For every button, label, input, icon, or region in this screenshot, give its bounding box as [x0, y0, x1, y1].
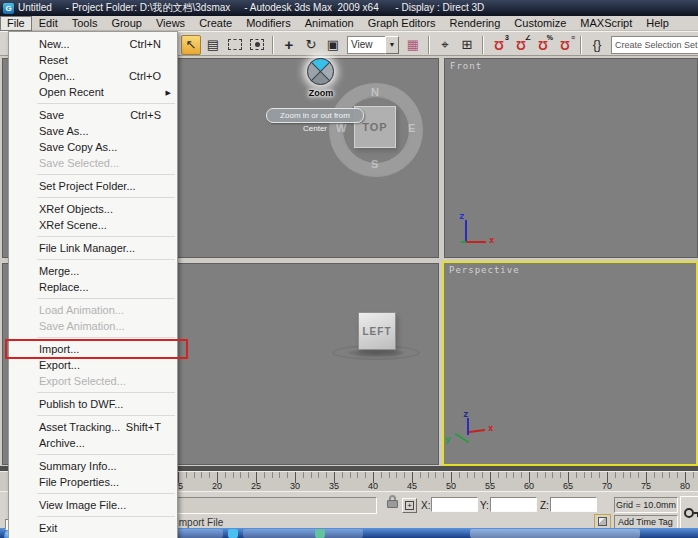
viewport-perspective-label: Perspective: [449, 265, 520, 275]
task-button[interactable]: [243, 529, 363, 538]
menu-item-label: Exit: [39, 522, 57, 534]
menu-item-archive[interactable]: Archive...: [9, 435, 177, 451]
percent-snap-toggle-icon[interactable]: Ω%: [533, 35, 553, 55]
task-button[interactable]: [470, 529, 640, 538]
menu-item-save-copy-as[interactable]: Save Copy As...: [9, 139, 177, 155]
x-coordinate-field[interactable]: [431, 497, 478, 512]
timeline-tick-label: 40: [362, 481, 384, 491]
file-menu-dropdown: New...Ctrl+NResetOpen...Ctrl+OOpen Recen…: [8, 31, 178, 538]
menu-item-merge[interactable]: Merge...: [9, 263, 177, 279]
viewcube-left-face[interactable]: LEFT: [358, 312, 396, 350]
menu-item-shortcut: Ctrl+N: [130, 36, 161, 52]
menu-item-label: Open Recent: [39, 86, 104, 98]
menubar-item-animation[interactable]: Animation: [298, 16, 361, 31]
snaps-toggle-icon[interactable]: Ω3: [489, 35, 509, 55]
zoom-tool-icon[interactable]: [307, 58, 334, 85]
compass-letter-w: W: [336, 122, 346, 134]
menu-separator: [9, 295, 177, 302]
timeline-tick-label: 80: [674, 481, 696, 491]
menu-item-save-as[interactable]: Save As...: [9, 123, 177, 139]
menu-item-new[interactable]: New...Ctrl+N: [9, 36, 177, 52]
menubar-item-rendering[interactable]: Rendering: [443, 16, 508, 31]
set-key-button[interactable]: [680, 496, 698, 529]
menu-item-exit[interactable]: Exit: [9, 520, 177, 536]
menu-item-replace[interactable]: Replace...: [9, 279, 177, 295]
named-selection-sets-dropdown[interactable]: Create Selection Set▼: [611, 36, 698, 54]
menubar-item-customize[interactable]: Customize: [507, 16, 573, 31]
menu-item-save[interactable]: SaveCtrl+S: [9, 107, 177, 123]
menubar-item-modifiers[interactable]: Modifiers: [239, 16, 298, 31]
menu-item-label: Summary Info...: [39, 460, 117, 472]
menu-item-asset-tracking[interactable]: Asset Tracking...Shift+T: [9, 419, 177, 435]
menu-item-xref-scene[interactable]: XRef Scene...: [9, 217, 177, 233]
task-button[interactable]: [315, 529, 325, 538]
menu-separator: [9, 389, 177, 396]
menubar-item-group[interactable]: Group: [104, 16, 149, 31]
3dsmax-application-window: G Untitled - Project Folder: D:\我的文档\3ds…: [0, 0, 698, 538]
select-and-manipulate-icon[interactable]: ⌖: [435, 35, 455, 55]
front-axis-y-tick: [461, 241, 466, 243]
viewport-front[interactable]: Front: [444, 58, 698, 258]
menubar-item-tools[interactable]: Tools: [65, 16, 105, 31]
menu-item-label: Export...: [39, 359, 80, 371]
time-tag-cube-icon[interactable]: [594, 514, 611, 529]
menubar-item-views[interactable]: Views: [149, 16, 192, 31]
menubar-item-edit[interactable]: Edit: [32, 16, 65, 31]
z-coordinate-field[interactable]: [550, 497, 597, 512]
absolute-mode-toggle-button[interactable]: +: [402, 498, 417, 513]
menubar-item-graph-editors[interactable]: Graph Editors: [361, 16, 443, 31]
timeline-tick-label: 75: [635, 481, 657, 491]
menu-item-xref-objects[interactable]: XRef Objects...: [9, 201, 177, 217]
use-pivot-point-center-icon[interactable]: ▦: [403, 35, 423, 55]
viewport-front-label: Front: [450, 61, 482, 71]
menu-item-summary-info[interactable]: Summary Info...: [9, 458, 177, 474]
angle-snap-toggle-icon[interactable]: Ω∠: [511, 35, 531, 55]
add-time-tag-button[interactable]: Add Time Tag: [614, 515, 678, 529]
menu-item-view-image-file[interactable]: View Image File...: [9, 497, 177, 513]
reference-coordinate-system-dropdown[interactable]: View▼: [347, 36, 399, 54]
menu-item-set-project-folder[interactable]: Set Project Folder...: [9, 178, 177, 194]
menu-item-shortcut: Ctrl+O: [129, 68, 161, 84]
viewport-perspective-active[interactable]: Perspective: [442, 261, 698, 466]
menu-item-open-recent[interactable]: Open Recent▶: [9, 84, 177, 100]
prompt-line: Import File: [176, 517, 223, 528]
compass-letter-s: S: [371, 158, 378, 170]
edit-named-selection-sets-icon[interactable]: {}: [587, 35, 607, 55]
spinner-snap-toggle-icon[interactable]: Ω≡: [555, 35, 575, 55]
menu-item-label: File Link Manager...: [39, 242, 135, 254]
menu-item-file-properties[interactable]: File Properties...: [9, 474, 177, 490]
menubar-item-help[interactable]: Help: [639, 16, 676, 31]
select-and-move-icon[interactable]: +: [279, 35, 299, 55]
menu-item-import[interactable]: Import...: [9, 341, 177, 357]
timeline-tick-label: 45: [401, 481, 423, 491]
select-and-rotate-icon[interactable]: ↻: [301, 35, 321, 55]
keyboard-shortcut-override-icon[interactable]: ⊞: [457, 35, 477, 55]
menu-separator: [9, 412, 177, 419]
select-and-uniform-scale-icon[interactable]: ▣: [323, 35, 343, 55]
menu-separator: [9, 233, 177, 240]
menubar-item-maxscript[interactable]: MAXScript: [573, 16, 639, 31]
menu-item-label: Set Project Folder...: [39, 180, 136, 192]
window-crossing-selection-icon[interactable]: [247, 35, 267, 55]
select-by-name-icon[interactable]: ▤: [203, 35, 223, 55]
select-object-icon[interactable]: ↖: [181, 35, 201, 55]
persp-axis-y-label: y: [445, 434, 450, 444]
chevron-down-icon[interactable]: ▼: [385, 36, 399, 54]
menu-item-label: Open...: [39, 70, 75, 82]
menu-item-file-link-manager[interactable]: File Link Manager...: [9, 240, 177, 256]
grid-size-display: Grid = 10.0mm: [614, 497, 678, 513]
menu-item-open[interactable]: Open...Ctrl+O: [9, 68, 177, 84]
task-button[interactable]: [228, 529, 238, 538]
timeline-tick-label: 65: [557, 481, 579, 491]
menu-item-reset[interactable]: Reset: [9, 52, 177, 68]
rectangular-selection-region-icon[interactable]: [225, 35, 245, 55]
menubar-item-file[interactable]: File: [0, 16, 32, 31]
y-coordinate-field[interactable]: [490, 497, 537, 512]
menu-separator: [9, 171, 177, 178]
z-coordinate-label: Z:: [540, 500, 549, 511]
menubar-item-create[interactable]: Create: [192, 16, 239, 31]
lock-selection-icon[interactable]: [387, 500, 398, 509]
menu-item-publish-to-dwf[interactable]: Publish to DWF...: [9, 396, 177, 412]
menu-item-label: Save Animation...: [39, 320, 125, 332]
menu-item-export[interactable]: Export...: [9, 357, 177, 373]
